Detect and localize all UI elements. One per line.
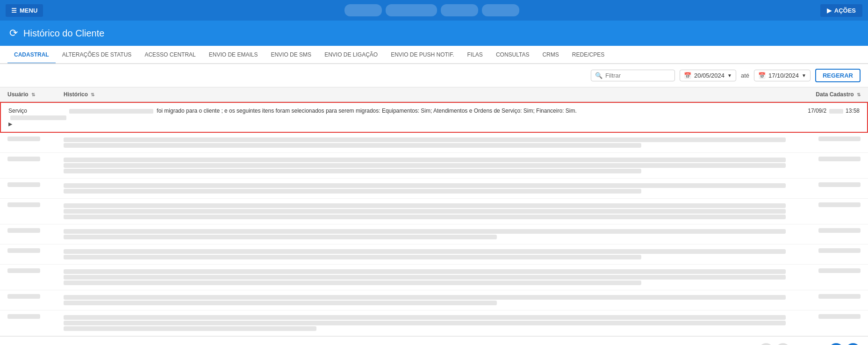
page-header: ⟳ Histórico do Cliente [0,21,868,46]
tab-sms[interactable]: ENVIO DE SMS [264,46,318,64]
col-data: Data Cadastro ⇅ [786,91,861,98]
table-row [0,310,868,336]
date-to-picker[interactable]: 📅 17/10/2024 ▼ [754,70,811,81]
actions-label: AÇÕES [834,7,856,14]
pill-3 [441,4,478,16]
tab-emails[interactable]: ENVIO DE EMAILS [202,46,265,64]
table-row [0,244,868,265]
highlighted-historico: foi migrado para o cliente ; e os seguin… [65,108,785,127]
search-wrapper: 🔍 [591,70,675,81]
next-page-button[interactable]: › [829,343,844,345]
tab-ligacao[interactable]: ENVIO DE LIGAÇÃO [318,46,384,64]
table-row [0,224,868,244]
table-row [0,265,868,290]
history-icon: ⟳ [9,27,18,39]
prev-page-button[interactable]: ‹ [775,343,790,345]
chevron-down-icon: ▼ [727,73,732,78]
highlighted-usuario: Serviço ▶ [8,108,65,127]
table-row [0,179,868,199]
tab-consultas[interactable]: CONSULTAS [489,46,536,64]
date-separator: até [741,72,749,79]
table-row [0,153,868,179]
tabs-bar: CADASTRAL ALTERAÇÕES DE STATUS ACESSO CE… [0,46,868,64]
page-indicator: Página: 1 [792,343,827,345]
sort-data-icon: ⇅ [857,92,861,97]
search-icon: 🔍 [595,72,603,79]
first-page-button[interactable]: « [759,343,774,345]
col-historico: Histórico ⇅ [64,91,786,98]
calendar-icon: 📅 [684,72,691,79]
pill-1 [344,4,382,16]
pagination: « ‹ Página: 1 › » [759,343,861,345]
table-row [0,133,868,153]
table-row [0,290,868,310]
menu-icon: ☰ [11,7,17,14]
table-footer: Exibir 10 20 50 itens por página ▼ « ‹ P… [0,336,868,345]
date-to-value: 17/10/2024 [768,72,799,79]
pill-4 [482,4,519,16]
tab-alteracoes[interactable]: ALTERAÇÕES DE STATUS [56,46,138,64]
last-page-button[interactable]: » [846,343,861,345]
regerar-button[interactable]: REGERAR [815,69,861,82]
date-from-value: 20/05/2024 [694,72,725,79]
filter-bar: 🔍 📅 20/05/2024 ▼ até 📅 17/10/2024 ▼ REGE… [0,64,868,87]
tab-filas[interactable]: FILAS [461,46,489,64]
tab-crms[interactable]: CRMS [536,46,565,64]
menu-label: MENU [20,7,37,14]
chevron-down-icon-2: ▼ [802,73,806,78]
sort-usuario-icon: ⇅ [31,92,35,97]
menu-button[interactable]: ☰ MENU [6,4,43,17]
highlighted-row: Serviço ▶ foi migrado para o cliente ; e… [0,102,868,133]
tab-acesso[interactable]: ACESSO CENTRAL [138,46,202,64]
table-container: Usuário ⇅ Histórico ⇅ Data Cadastro ⇅ Se… [0,87,868,336]
actions-icon: ▶ [827,7,832,14]
search-input[interactable] [605,72,671,79]
top-bar: ☰ MENU ▶ AÇÕES [0,0,868,21]
calendar-icon-2: 📅 [758,72,766,79]
page-title: Histórico do Cliente [23,28,104,39]
col-usuario: Usuário ⇅ [7,91,64,98]
date-from-picker[interactable]: 📅 20/05/2024 ▼ [680,70,736,81]
pill-2 [386,4,437,16]
table-row [0,199,868,224]
tab-cadastral[interactable]: CADASTRAL [7,46,56,64]
highlighted-date: 17/09/2 13:58 [785,108,860,127]
top-bar-pills [344,4,519,16]
actions-button[interactable]: ▶ AÇÕES [820,4,862,17]
tab-push[interactable]: ENVIO DE PUSH NOTIF. [384,46,460,64]
table-header: Usuário ⇅ Histórico ⇅ Data Cadastro ⇅ [0,87,868,102]
tab-rede[interactable]: REDE/CPES [566,46,611,64]
sort-historico-icon: ⇅ [91,92,94,97]
